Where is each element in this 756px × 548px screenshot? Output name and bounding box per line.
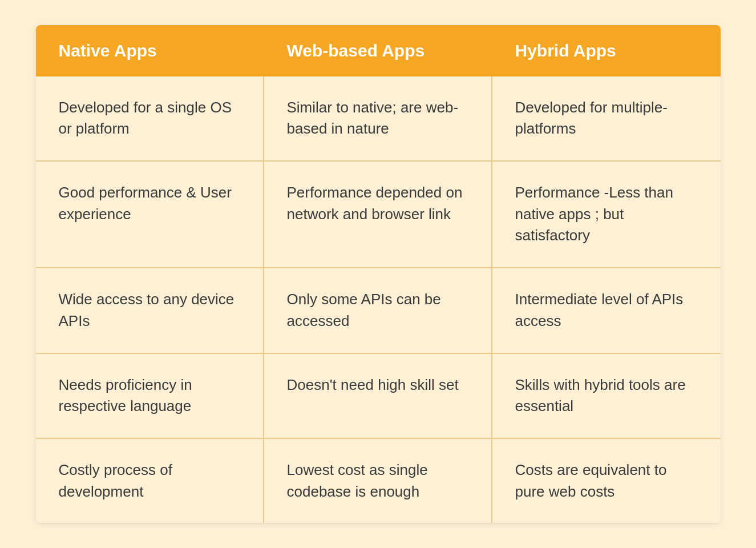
cell-row1-col2: Similar to native; are web-based in natu… xyxy=(264,76,492,160)
table-row: Costly process of developmentLowest cost… xyxy=(36,438,721,523)
cell-row3-col2: Only some APIs can be accessed xyxy=(264,268,492,352)
table-header: Native Apps Web-based Apps Hybrid Apps xyxy=(36,25,721,76)
cell-row4-col2: Doesn't need high skill set xyxy=(264,354,492,438)
cell-row2-col1: Good performance & User experience xyxy=(36,162,264,267)
cell-row3-col1: Wide access to any device APIs xyxy=(36,268,264,352)
cell-row5-col3: Costs are equivalent to pure web costs xyxy=(492,439,721,523)
header-hybrid-apps: Hybrid Apps xyxy=(492,25,721,76)
cell-row3-col3: Intermediate level of APIs access xyxy=(492,268,721,352)
table-row: Wide access to any device APIsOnly some … xyxy=(36,267,721,352)
table-row: Developed for a single OS or platformSim… xyxy=(36,76,721,160)
cell-row2-col2: Performance depended on network and brow… xyxy=(264,162,492,267)
header-native-apps: Native Apps xyxy=(36,25,264,76)
cell-row2-col3: Performance -Less than native apps ; but… xyxy=(492,162,721,267)
cell-row4-col1: Needs proficiency in respective language xyxy=(36,354,264,438)
table-body: Developed for a single OS or platformSim… xyxy=(36,76,721,523)
header-web-apps: Web-based Apps xyxy=(264,25,492,76)
cell-row5-col2: Lowest cost as single codebase is enough xyxy=(264,439,492,523)
comparison-table: Native Apps Web-based Apps Hybrid Apps D… xyxy=(36,25,721,523)
cell-row1-col1: Developed for a single OS or platform xyxy=(36,76,264,160)
table-row: Good performance & User experiencePerfor… xyxy=(36,160,721,267)
cell-row1-col3: Developed for multiple-platforms xyxy=(492,76,721,160)
cell-row4-col3: Skills with hybrid tools are essential xyxy=(492,354,721,438)
table-row: Needs proficiency in respective language… xyxy=(36,353,721,438)
cell-row5-col1: Costly process of development xyxy=(36,439,264,523)
